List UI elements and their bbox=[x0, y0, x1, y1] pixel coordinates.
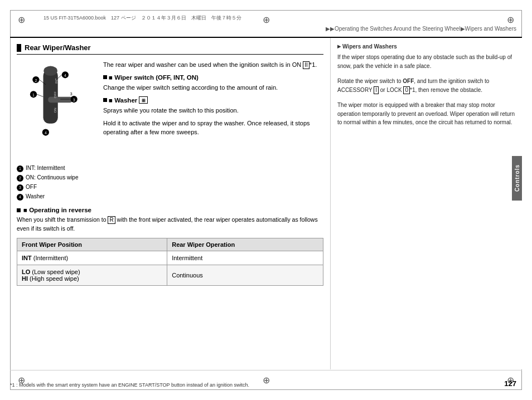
legend-num-3: 3 bbox=[17, 184, 23, 191]
svg-text:3: 3 bbox=[70, 92, 72, 96]
main-content: Rear Wiper/Washer 3 2 bbox=[10, 38, 522, 369]
svg-text:1: 1 bbox=[32, 93, 35, 97]
svg-text:ON: ON bbox=[53, 108, 57, 113]
svg-point-2 bbox=[43, 66, 57, 76]
header-nav: ▶▶Operating the Switches Around the Stee… bbox=[326, 26, 516, 32]
wiper-operation-table: Front Wiper Position Rear Wiper Operatio… bbox=[17, 238, 323, 286]
footer-note: *1 : Models with the smart entry system … bbox=[10, 382, 522, 388]
reverse-title: ■ Operating in reverse bbox=[17, 207, 323, 213]
legend-num-2: 2 bbox=[17, 175, 23, 182]
legend-num-4: 4 bbox=[17, 194, 23, 201]
page-footer: *1 : Models with the smart entry system … bbox=[10, 370, 522, 390]
svg-text:2: 2 bbox=[35, 79, 37, 82]
sidebar-tab: Controls bbox=[512, 156, 522, 201]
lock-box: 0 bbox=[403, 86, 410, 94]
table-row: INT (Intermittent) Intermittent bbox=[17, 251, 323, 265]
intro-text-p1: The rear wiper and washer can be used wh… bbox=[103, 61, 303, 68]
wiper-legend: 1 INT: Intermittent 2 ON: Continuous wip… bbox=[17, 163, 323, 201]
svg-line-18 bbox=[37, 94, 43, 96]
table-cell-continuous: Continuous bbox=[167, 265, 323, 285]
washer-title-text: ■ Washer bbox=[109, 97, 137, 104]
svg-text:OFF: OFF bbox=[53, 91, 57, 98]
table-header-rear: Rear Wiper Operation bbox=[167, 238, 323, 251]
washer-title: ■ Washer ⊞ bbox=[103, 96, 323, 104]
left-column: Rear Wiper/Washer 3 2 bbox=[10, 38, 331, 369]
acc-box: I bbox=[374, 86, 379, 94]
legend-item-2: 2 ON: Continuous wipe bbox=[17, 173, 323, 182]
r-box: R bbox=[108, 216, 115, 224]
intro-text-end: *1. bbox=[309, 61, 317, 68]
right-column: Wipers and Washers If the wiper stops op… bbox=[331, 38, 522, 369]
legend-item-3: 3 OFF bbox=[17, 182, 323, 192]
legend-label-4: Washer bbox=[26, 192, 45, 201]
page-header: 15 US FIT-31T5A6000.book 127 ページ ２０１４年３月… bbox=[10, 10, 522, 38]
right-para-2: Rotate the wiper switch to OFF, and turn… bbox=[337, 77, 515, 94]
wiper-switch-title: ■ Wiper switch (OFF, INT, ON) bbox=[103, 74, 323, 81]
intro-text-block: The rear wiper and washer can be used wh… bbox=[103, 60, 323, 158]
sidebar-tab-label: Controls bbox=[514, 164, 520, 192]
svg-text:4: 4 bbox=[64, 74, 66, 77]
footer-note-text: *1 : Models with the smart entry system … bbox=[10, 382, 249, 388]
bullet-square-2 bbox=[103, 98, 107, 102]
ignition-box: II bbox=[303, 61, 309, 69]
washer-symbol: ⊞ bbox=[139, 96, 148, 104]
reverse-title-text: ■ Operating in reverse bbox=[23, 207, 91, 213]
intro-area: 3 2 1 4 3 4 bbox=[17, 60, 323, 158]
legend-item-1: 1 INT: Intermittent bbox=[17, 163, 323, 173]
wiper-illustration: 3 2 1 4 3 4 bbox=[17, 60, 89, 138]
bullet-square-3 bbox=[17, 208, 21, 212]
washer-body-1: Sprays while you rotate the switch to th… bbox=[103, 106, 323, 115]
legend-label-3: OFF bbox=[26, 182, 37, 192]
legend-label-1: INT: Intermittent bbox=[26, 163, 65, 173]
section-title-text: Rear Wiper/Washer bbox=[25, 43, 91, 52]
section-title: Rear Wiper/Washer bbox=[17, 43, 323, 55]
reverse-section: ■ Operating in reverse When you shift th… bbox=[17, 207, 323, 286]
bullet-square bbox=[103, 75, 107, 79]
svg-text:4: 4 bbox=[45, 131, 47, 135]
right-para-1: If the wiper stops operating due to any … bbox=[337, 53, 515, 70]
header-meta: 15 US FIT-31T5A6000.book 127 ページ ２０１４年３月… bbox=[43, 14, 241, 22]
intro-paragraph: The rear wiper and washer can be used wh… bbox=[103, 60, 323, 70]
wiper-diagram: 3 2 1 4 3 4 bbox=[17, 60, 98, 158]
table-cell-lo-hi: LO (Low speed wipe)HI (High speed wipe) bbox=[17, 265, 167, 285]
page-number: 127 bbox=[504, 379, 516, 388]
wiper-switch-title-text: ■ Wiper switch (OFF, INT, ON) bbox=[109, 74, 199, 81]
svg-rect-1 bbox=[48, 97, 72, 103]
wiper-switch-body: Change the wiper switch setting accordin… bbox=[103, 83, 323, 92]
title-bar bbox=[17, 44, 21, 52]
right-para-3: The wiper motor is equipped with a break… bbox=[337, 101, 515, 127]
right-note-title: Wipers and Washers bbox=[337, 43, 515, 50]
legend-num-1: 1 bbox=[17, 165, 23, 172]
legend-item-4: 4 Washer bbox=[17, 192, 323, 201]
svg-text:3: 3 bbox=[73, 98, 75, 102]
reverse-body-text: When you shift the transmission to R wit… bbox=[17, 216, 323, 233]
table-header-front: Front Wiper Position bbox=[17, 238, 167, 251]
table-row: LO (Low speed wipe)HI (High speed wipe) … bbox=[17, 265, 323, 285]
legend-label-2: ON: Continuous wipe bbox=[26, 173, 79, 182]
washer-body-2: Hold it to activate the wiper and to spr… bbox=[103, 119, 323, 137]
table-cell-intermittent: Intermittent bbox=[167, 251, 323, 265]
table-cell-int: INT (Intermittent) bbox=[17, 251, 167, 265]
